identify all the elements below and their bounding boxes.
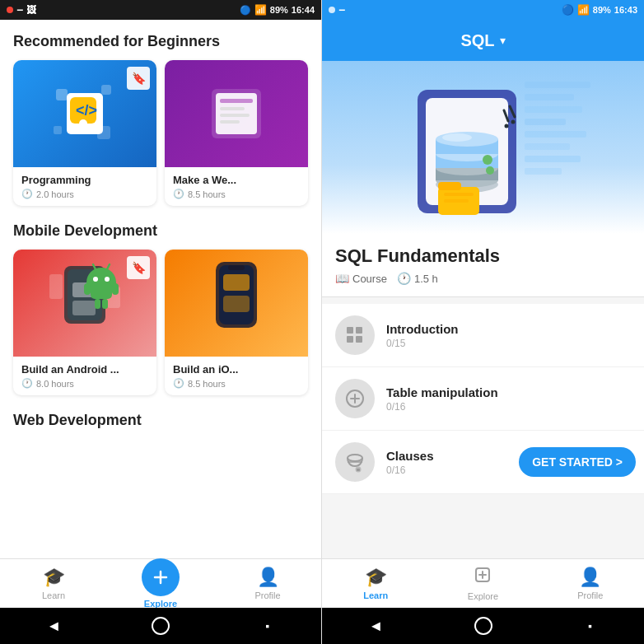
- course-card-ios[interactable]: Build an iO... 🕐 8.5 hours: [165, 250, 308, 395]
- svg-line-25: [107, 264, 110, 269]
- svg-rect-19: [72, 301, 96, 315]
- svg-rect-23: [91, 282, 112, 299]
- course-card-android[interactable]: 🔖 Build an Android ... 🕐 8.0 hours: [13, 250, 156, 395]
- prog-illustration: </>: [52, 81, 118, 147]
- lesson-item-intro[interactable]: Introduction 0/15: [322, 304, 644, 367]
- ios-illustration: [199, 258, 273, 348]
- nav-explore-left[interactable]: Explore: [107, 558, 214, 609]
- bottom-nav-left: 🎓 Learn Explore 👤 Profile: [0, 558, 321, 608]
- lesson-icon-table: [335, 379, 375, 418]
- svg-rect-66: [347, 327, 353, 334]
- hero-image: [322, 61, 644, 234]
- course-info-ios: Build an iO... 🕐 8.5 hours: [165, 357, 308, 395]
- course-duration-make-web: 🕐 8.5 hours: [173, 189, 300, 199]
- svg-rect-64: [444, 193, 474, 196]
- svg-rect-0: [56, 89, 68, 100]
- profile-icon-right: 👤: [579, 567, 601, 588]
- svg-rect-76: [357, 469, 360, 471]
- nav-profile-right[interactable]: 👤 Profile: [537, 567, 644, 600]
- svg-point-53: [483, 155, 492, 165]
- thumb-android: 🔖: [13, 250, 156, 357]
- clock-icon-make: 🕐: [173, 189, 184, 199]
- course-card-programming[interactable]: </> 🔖 Programming 🕐 2.0 hours: [13, 60, 156, 206]
- nav-learn-left[interactable]: 🎓 Learn: [0, 567, 107, 600]
- sql-illustration: [360, 65, 607, 230]
- home-btn-right[interactable]: [474, 617, 492, 635]
- course-duration-right: 1.5 h: [414, 273, 438, 285]
- home-btn-left[interactable]: [152, 617, 170, 635]
- svg-rect-63: [438, 182, 461, 190]
- svg-rect-43: [525, 156, 581, 162]
- android-illustration: [48, 258, 122, 348]
- panel-left: − 🖼 🔵 📶 89% 16:44 Recommended for Beginn…: [0, 0, 322, 644]
- svg-rect-3: [54, 126, 62, 134]
- chevron-down-icon: ▾: [500, 34, 506, 47]
- get-started-label: GET STARTED >: [532, 455, 623, 469]
- get-started-button[interactable]: GET STARTED >: [519, 447, 636, 477]
- svg-rect-11: [220, 107, 245, 110]
- back-btn-right[interactable]: ◄: [366, 616, 386, 636]
- make-illustration: [203, 81, 269, 147]
- lesson-title-table: Table manipulation: [386, 385, 631, 399]
- bluetooth-icon-right: 🔵: [562, 4, 574, 16]
- thumb-make: [165, 60, 308, 167]
- bookmark-programming[interactable]: 🔖: [127, 67, 150, 90]
- profile-icon-left: 👤: [257, 567, 279, 588]
- wifi-icon-right: 📶: [577, 4, 590, 16]
- clock-icon-right: 🕐: [397, 272, 411, 285]
- course-main-title: SQL Fundamentals: [335, 245, 631, 267]
- course-header-info: SQL Fundamentals 📖 Course 🕐 1.5 h: [322, 234, 644, 297]
- minus-icon-right: −: [338, 3, 345, 16]
- thumb-programming: </> 🔖: [13, 60, 156, 167]
- thumb-ios: [165, 250, 308, 357]
- learn-label-right: Learn: [363, 590, 388, 600]
- mobile-grid: 🔖 Build an Android ... 🕐 8.0 hours: [13, 250, 308, 395]
- svg-rect-40: [525, 119, 566, 125]
- time-right: 16:43: [614, 5, 637, 15]
- course-name-programming: Programming: [21, 174, 148, 186]
- panel-right: − 🔵 📶 89% 16:43 SQL ▾: [322, 0, 644, 644]
- bottom-nav-right: 🎓 Learn Explore 👤 Profile: [322, 558, 644, 608]
- explore-icon-right: [474, 566, 492, 589]
- book-icon: 📖: [335, 272, 349, 285]
- lesson-item-table[interactable]: Table manipulation 0/16: [322, 367, 644, 431]
- course-card-make-web[interactable]: Make a We... 🕐 8.5 hours: [165, 60, 308, 206]
- course-type: Course: [352, 273, 387, 285]
- svg-point-59: [504, 124, 508, 128]
- duration-ios: 8.5 hours: [188, 379, 226, 389]
- svg-point-7: [79, 119, 87, 128]
- learn-label-left: Learn: [42, 590, 65, 600]
- right-content: SQL Fundamentals 📖 Course 🕐 1.5 h: [322, 61, 644, 558]
- section-title-webdev: Web Development: [13, 412, 308, 429]
- course-name-make-web: Make a We...: [173, 174, 300, 186]
- svg-rect-29: [102, 299, 108, 309]
- section-title-mobile: Mobile Development: [13, 222, 308, 240]
- nav-learn-right[interactable]: 🎓 Learn: [322, 567, 429, 600]
- recent-btn-left[interactable]: ▪: [258, 616, 278, 636]
- back-btn-left[interactable]: ◄: [44, 616, 63, 636]
- android-nav-left: ◄ ▪: [0, 608, 321, 644]
- course-info-make-web: Make a We... 🕐 8.5 hours: [165, 167, 308, 206]
- status-left-right: −: [329, 3, 345, 16]
- status-left: − 🖼: [7, 3, 36, 16]
- img-icon: 🖼: [26, 4, 36, 16]
- explore-btn-left[interactable]: [142, 558, 180, 596]
- bookmark-android[interactable]: 🔖: [127, 256, 150, 279]
- svg-rect-39: [525, 106, 582, 113]
- svg-rect-31: [219, 265, 254, 324]
- svg-rect-1: [101, 85, 111, 95]
- right-header[interactable]: SQL ▾: [322, 20, 644, 61]
- status-bar-right: − 🔵 📶 89% 16:43: [322, 0, 644, 20]
- minus-icon: −: [16, 3, 23, 16]
- lesson-icon-clauses: [335, 442, 375, 482]
- learn-icon-left: 🎓: [43, 567, 65, 588]
- bluetooth-icon: 🔵: [240, 5, 251, 16]
- recent-btn-right[interactable]: ▪: [581, 616, 600, 636]
- svg-rect-42: [525, 143, 570, 150]
- nav-explore-right[interactable]: Explore: [429, 566, 536, 601]
- course-duration-android: 🕐 8.0 hours: [21, 378, 148, 389]
- lesson-item-clauses[interactable]: Clauses 0/16 GET STARTED >: [322, 431, 644, 494]
- svg-rect-26: [84, 283, 91, 295]
- svg-rect-10: [220, 99, 253, 103]
- nav-profile-left[interactable]: 👤 Profile: [214, 567, 321, 600]
